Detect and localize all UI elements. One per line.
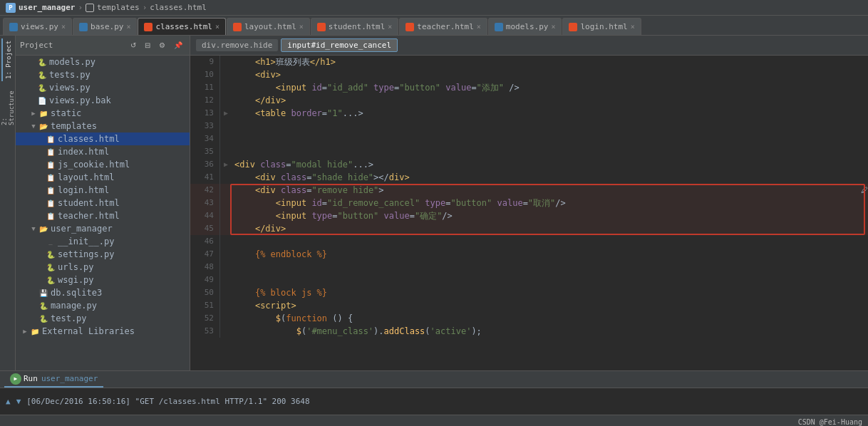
- tree-arrow-icon: ▶: [20, 326, 30, 336]
- tree-item-models-py[interactable]: 🐍 models.py: [16, 56, 190, 68]
- tab-close-icon[interactable]: ×: [299, 23, 304, 31]
- code-line-47: 47 {% endblock %}: [190, 248, 868, 261]
- tree-item-wsgi-py[interactable]: 🐍 wsgi.py: [16, 274, 190, 286]
- tree-item-login-html[interactable]: 📋 login.html: [16, 184, 190, 197]
- tree-item-index-html[interactable]: 📋 index.html: [16, 145, 190, 158]
- line-content: <div class="remove hide">: [232, 184, 859, 197]
- tree-item-label: teacher.html: [58, 211, 120, 221]
- tree-item-label: views.py.bak: [49, 95, 111, 105]
- tree-toolbar: Project ↺ ⊟ ⚙ 📌: [16, 36, 190, 56]
- tab-close-icon[interactable]: ×: [215, 23, 219, 31]
- title-icon: P: [6, 3, 16, 13]
- bottom-tab-run[interactable]: ▶ Run user_manager: [4, 372, 103, 388]
- tree-item-templates-folder[interactable]: ▼ 📂 templates: [16, 120, 190, 133]
- tab-label: base.py: [91, 22, 123, 31]
- tree-item-db-sqlite3[interactable]: 💾 db.sqlite3: [16, 286, 190, 299]
- tree-item-external-libraries[interactable]: ▶ 📁 External Libraries: [16, 325, 190, 338]
- tab-views-py[interactable]: views.py ×: [3, 18, 72, 35]
- db-file-icon: 💾: [38, 288, 48, 298]
- line-fold-arrow[interactable]: ▶: [220, 158, 232, 171]
- tab-student-html[interactable]: student.html ×: [311, 18, 399, 35]
- line-content: <div>: [232, 68, 868, 81]
- tab-label: views.py: [21, 22, 58, 31]
- tab-teacher-html[interactable]: teacher.html ×: [399, 18, 487, 35]
- tab-close-icon[interactable]: ×: [551, 23, 555, 31]
- tree-item-label: urls.py: [58, 262, 94, 272]
- run-tab-label: Run: [24, 374, 38, 383]
- html-file-icon: 📋: [46, 198, 56, 208]
- title-sep2: ›: [143, 3, 148, 12]
- tree-toolbar-settings[interactable]: ⚙: [156, 40, 168, 51]
- code-line-35: 35: [190, 145, 868, 158]
- html-icon: [405, 23, 414, 31]
- py-file-icon: 🐍: [46, 249, 56, 259]
- bottom-panel: ▶ Run user_manager ▲ ▼ [06/Dec/2016 16:5…: [0, 370, 868, 415]
- tab-close-icon[interactable]: ×: [477, 23, 481, 31]
- tab-login-html[interactable]: login.html ×: [562, 18, 641, 35]
- tree-item-classes-html[interactable]: 📋 classes.html: [16, 133, 190, 145]
- tab-base-py[interactable]: base.py ×: [73, 18, 137, 35]
- tree-toolbar-refresh[interactable]: ↺: [128, 40, 139, 51]
- line-content: <input id="id_remove_cancel" type="butto…: [232, 197, 868, 209]
- bottom-arrow-up[interactable]: ▲: [6, 397, 11, 406]
- tab-close-icon[interactable]: ×: [388, 23, 392, 31]
- tree-toolbar-collapse[interactable]: ⊟: [142, 40, 153, 51]
- line-number: 46: [190, 235, 220, 248]
- tree-toolbar-label: Project: [20, 41, 53, 50]
- tree-item-student-html[interactable]: 📋 student.html: [16, 197, 190, 209]
- tree-item-teacher-html[interactable]: 📋 teacher.html: [16, 209, 190, 222]
- tree-toolbar-pin[interactable]: 📌: [171, 40, 185, 51]
- html-icon: [233, 23, 242, 31]
- code-line-50: 50 {% block js %}: [190, 286, 868, 299]
- tree-item-test-py[interactable]: 🐍 test.py: [16, 312, 190, 325]
- py-file-icon: 🐍: [37, 57, 47, 67]
- code-line-42: 42 <div class="remove hide">🖊: [190, 184, 868, 197]
- line-content: </div>: [232, 94, 868, 107]
- tree-item-tests-py[interactable]: 🐍 tests.py: [16, 68, 190, 81]
- tree-item-init-py[interactable]: _ __init__.py: [16, 235, 190, 248]
- tab-layout-html[interactable]: layout.html ×: [227, 18, 310, 35]
- tab-close-icon[interactable]: ×: [61, 23, 66, 31]
- tree-item-label: wsgi.py: [58, 275, 94, 285]
- code-line-46: 46: [190, 235, 868, 248]
- code-line-9: 9 <h1>班级列表</h1>: [190, 56, 868, 68]
- line-number: 45: [190, 222, 220, 235]
- tree-item-layout-html[interactable]: 📋 layout.html: [16, 171, 190, 184]
- tree-item-label: layout.html: [58, 172, 114, 182]
- sidebar-strip-structure[interactable]: 2: Structure: [1, 83, 14, 125]
- tab-label: student.html: [329, 22, 385, 31]
- line-content: </div>: [232, 222, 868, 235]
- tree-item-label: static: [51, 108, 81, 118]
- line-fold-arrow[interactable]: ▶: [220, 107, 232, 120]
- tree-item-user-manager-folder[interactable]: ▼ 📂 user_manager: [16, 222, 190, 235]
- breadcrumb-label: input#id_remove_cancel: [287, 41, 391, 50]
- tree-item-js-cookie-html[interactable]: 📋 js_cookie.html: [16, 158, 190, 171]
- tree-item-views-py[interactable]: 🐍 views.py: [16, 81, 190, 94]
- editor-breadcrumb: div.remove.hide input#id_remove_cancel: [190, 36, 868, 56]
- tab-label: login.html: [580, 22, 627, 31]
- tree-item-static-folder[interactable]: ▶ 📁 static: [16, 107, 190, 120]
- code-line-10: 10 <div>: [190, 68, 868, 81]
- sidebar-strip-project[interactable]: 1: Project: [1, 38, 14, 81]
- code-line-12: 12 </div>: [190, 94, 868, 107]
- bottom-arrow-down[interactable]: ▼: [16, 397, 21, 406]
- line-content: <div class="shade hide"></div>: [232, 171, 868, 184]
- breadcrumb-input-id-remove-cancel[interactable]: input#id_remove_cancel: [281, 38, 398, 52]
- py-file-icon: 🐍: [37, 70, 47, 80]
- tree-item-settings-py[interactable]: 🐍 settings.py: [16, 248, 190, 261]
- tree-item-manage-py[interactable]: 🐍 manage.py: [16, 299, 190, 312]
- line-number: 50: [190, 286, 220, 299]
- tree-item-urls-py[interactable]: 🐍 urls.py: [16, 261, 190, 274]
- breadcrumb-div-remove-hide[interactable]: div.remove.hide: [196, 39, 278, 51]
- tab-close-icon[interactable]: ×: [631, 23, 635, 31]
- code-scroll[interactable]: 9 <h1>班级列表</h1>10 <div>11 <input id="id_…: [190, 56, 868, 370]
- tab-close-icon[interactable]: ×: [126, 23, 130, 31]
- line-number: 12: [190, 94, 220, 107]
- tab-classes-html[interactable]: classes.html ×: [138, 18, 226, 35]
- line-content: <table border="1"...>: [232, 107, 868, 120]
- html-icon: [144, 23, 153, 31]
- strip-label: 1: Project: [5, 41, 12, 79]
- tree-arrow-icon: ▼: [29, 121, 38, 131]
- tab-models-py[interactable]: models.py ×: [488, 18, 562, 35]
- tree-item-views-py-bak[interactable]: 📄 views.py.bak: [16, 94, 190, 107]
